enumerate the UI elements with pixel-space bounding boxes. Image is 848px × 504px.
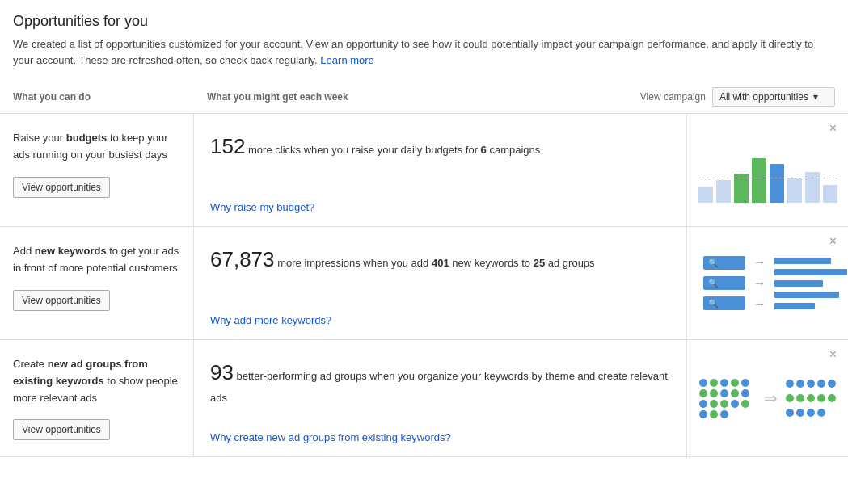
dot-row-blue	[786, 380, 836, 388]
stat-text-adgroups: better-performing ad groups when you org…	[210, 370, 668, 404]
result-bar-3	[774, 280, 823, 287]
big-number-keywords: 67,873	[210, 247, 275, 271]
dot-15	[741, 400, 749, 408]
page-header: Opportunities for you We created a list …	[0, 0, 848, 74]
view-campaign-label: View campaign	[640, 91, 706, 103]
bar-2	[716, 180, 731, 203]
dot-2	[710, 379, 718, 387]
learn-more-link[interactable]: Learn more	[320, 54, 373, 66]
why-link-keywords[interactable]: Why add more keywords?	[210, 314, 670, 326]
dot-13	[720, 400, 728, 408]
why-link-adgroups[interactable]: Why create new ad groups from existing k…	[210, 431, 670, 443]
dot-7	[710, 389, 718, 397]
description-text: We created a list of opportunities custo…	[13, 38, 813, 66]
search-icon-3: 🔍	[708, 299, 718, 308]
view-campaign-section: View campaign All with opportunities ▾	[640, 87, 835, 107]
opportunity-description-keywords: Add new keywords to get your ads in fron…	[13, 243, 180, 277]
bar-chart-budgets	[698, 138, 837, 203]
opportunity-description-budgets: Raise your budgets to keep your ads runn…	[13, 130, 180, 164]
why-link-budgets[interactable]: Why raise my budget?	[210, 201, 670, 213]
opportunity-left-keywords: Add new keywords to get your ads in fron…	[0, 227, 194, 339]
dot-r3	[807, 380, 815, 388]
dot-8	[720, 389, 728, 397]
stat-text3-keywords: ad groups	[548, 257, 595, 269]
opportunity-stat-keywords: 67,873 more impressions when you add 401…	[210, 243, 670, 277]
page-description: We created a list of opportunities custo…	[13, 36, 821, 68]
dot-6	[699, 389, 707, 397]
col-what-header: What you can do	[13, 91, 207, 103]
stat-bold2-keywords: 25	[534, 257, 545, 269]
search-icon-1: 🔍	[708, 258, 718, 267]
dot-row-green	[786, 394, 836, 402]
opportunity-row-adgroups: × Create new ad groups from existing key…	[0, 340, 848, 457]
bar-1	[698, 187, 713, 203]
bar-5	[770, 164, 784, 203]
dot-3	[720, 379, 728, 387]
view-opportunities-button-keywords[interactable]: View opportunities	[13, 290, 110, 311]
dropdown-arrow-icon: ▾	[813, 91, 818, 103]
result-bar-1	[774, 258, 831, 264]
adgroups-arrow-icon: ⇒	[764, 388, 778, 408]
result-bar-2	[774, 269, 847, 275]
big-number-adgroups: 93	[210, 360, 234, 384]
dot-9	[731, 389, 739, 397]
arrow-icon-3: →	[753, 297, 766, 312]
search-box-1: 🔍	[703, 256, 745, 270]
dot-1	[699, 379, 707, 387]
stat-bold-keywords: 401	[432, 257, 449, 269]
arrow-icon-2: →	[753, 276, 766, 291]
dot-10	[741, 389, 749, 397]
dots-cluster-right	[786, 380, 836, 417]
opportunity-description-adgroups: Create new ad groups from existing keywo…	[13, 356, 180, 406]
dot-r14	[817, 409, 825, 417]
stat-text-budgets: more clicks when you raise your daily bu…	[248, 144, 481, 156]
close-button-keywords[interactable]: ×	[825, 233, 842, 250]
dot-17	[710, 410, 718, 418]
result-bar-4	[774, 292, 839, 298]
dot-r13	[807, 409, 815, 417]
bar-4	[752, 158, 766, 203]
campaign-dropdown[interactable]: All with opportunities ▾	[712, 87, 835, 107]
page-title: Opportunities for you	[13, 13, 835, 30]
dot-11	[699, 400, 707, 408]
dot-r10	[828, 394, 836, 402]
search-box-2: 🔍	[703, 276, 745, 290]
opportunity-stat-budgets: 152 more clicks when you raise your dail…	[210, 130, 670, 164]
opportunity-row-budgets: × Raise your budgets to keep your ads ru…	[0, 114, 848, 227]
dot-r4	[817, 380, 825, 388]
opportunity-middle-budgets: 152 more clicks when you raise your dail…	[194, 114, 686, 226]
campaign-dropdown-value: All with opportunities	[719, 91, 808, 103]
dot-16	[699, 410, 707, 418]
dot-r5	[828, 380, 836, 388]
dot-12	[710, 400, 718, 408]
stat-text-keywords: more impressions when you add	[277, 257, 432, 269]
dot-r7	[796, 394, 804, 402]
bar-3	[734, 174, 749, 203]
search-box-3: 🔍	[703, 296, 745, 310]
result-bar-5	[774, 303, 815, 309]
dot-r1	[786, 380, 794, 388]
dot-r11	[786, 409, 794, 417]
dot-r12	[796, 409, 804, 417]
search-boxes: 🔍 🔍 🔍	[703, 256, 745, 310]
close-button-adgroups[interactable]: ×	[825, 346, 842, 363]
dot-14	[731, 400, 739, 408]
opportunity-middle-adgroups: 93 better-performing ad groups when you …	[194, 340, 686, 456]
dot-4	[731, 379, 739, 387]
arrow-icon-1: →	[753, 255, 766, 270]
stat-bold-budgets: 6	[481, 144, 487, 156]
bar-8	[823, 185, 837, 203]
bar-7	[805, 172, 820, 203]
keywords-visual: 🔍 🔍 🔍 → → →	[703, 255, 833, 312]
opportunity-stat-adgroups: 93 better-performing ad groups when you …	[210, 356, 670, 406]
view-opportunities-button-budgets[interactable]: View opportunities	[13, 177, 110, 198]
opportunity-row-keywords: × Add new keywords to get your ads in fr…	[0, 227, 848, 340]
view-opportunities-button-adgroups[interactable]: View opportunities	[13, 419, 110, 440]
bar-6	[787, 178, 802, 203]
close-button-budgets[interactable]: ×	[825, 120, 842, 136]
opportunity-middle-keywords: 67,873 more impressions when you add 401…	[194, 227, 686, 339]
opportunity-left-budgets: Raise your budgets to keep your ads runn…	[0, 114, 194, 226]
result-bars	[774, 258, 847, 309]
dot-r6	[786, 394, 794, 402]
stat-text2-keywords: new keywords to	[452, 257, 533, 269]
